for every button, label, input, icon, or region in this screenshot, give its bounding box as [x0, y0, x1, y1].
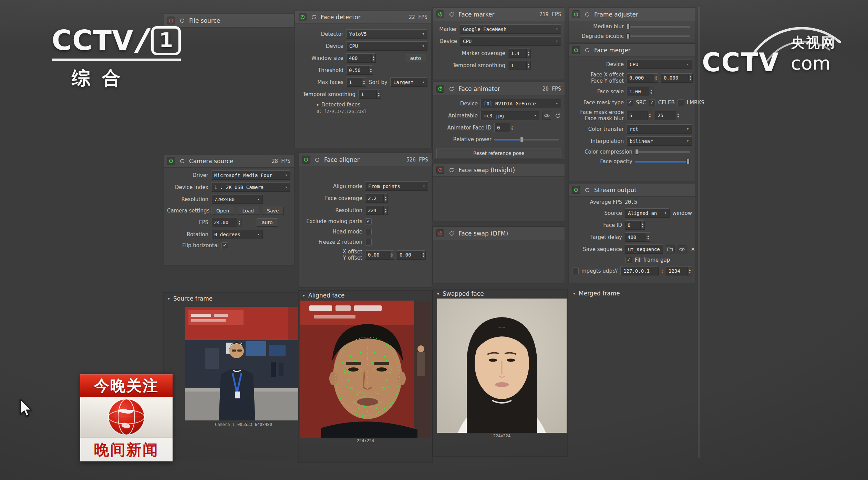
- stepper-arrows-icon[interactable]: ▴▾: [654, 74, 658, 82]
- color-transfer-dropdown[interactable]: rct▾: [627, 124, 692, 134]
- stepper-arrows-icon[interactable]: ▴▾: [646, 233, 650, 241]
- face-y-offset-stepper[interactable]: 0.000▴▾: [661, 73, 693, 83]
- stepper-arrows-icon[interactable]: ▴▾: [376, 90, 381, 98]
- power-icon[interactable]: [299, 13, 307, 21]
- refresh-icon[interactable]: [448, 85, 455, 92]
- flip-horizontal-checkbox[interactable]: ✓: [221, 242, 228, 249]
- stepper-arrows-icon[interactable]: ▴▾: [383, 206, 388, 215]
- collapse-arrow-icon[interactable]: ▾: [303, 293, 305, 298]
- fps-stepper[interactable]: 24.00▴▾: [211, 218, 241, 227]
- window-size-stepper[interactable]: 480▴▾: [346, 53, 376, 63]
- power-icon[interactable]: [436, 166, 444, 174]
- window-option[interactable]: window: [672, 210, 692, 216]
- folder-icon[interactable]: [666, 245, 675, 253]
- degrade-bicubic-slider[interactable]: [627, 35, 690, 37]
- animator-face-id-stepper[interactable]: 0▴▾: [494, 123, 514, 132]
- stepper-arrows-icon[interactable]: ▴▾: [648, 111, 652, 120]
- stepper-arrows-icon[interactable]: ▴▾: [369, 66, 373, 74]
- refresh-icon[interactable]: [448, 11, 455, 18]
- save-button[interactable]: Save: [262, 207, 284, 215]
- source-dropdown[interactable]: Aligned an▾: [625, 208, 670, 218]
- stepper-arrows-icon[interactable]: ▴▾: [421, 251, 425, 259]
- stepper-arrows-icon[interactable]: ▴▾: [237, 218, 241, 227]
- mpegts-host-input[interactable]: 127.0.0.1: [620, 266, 659, 275]
- refresh-icon[interactable]: [178, 157, 186, 165]
- stepper-arrows-icon[interactable]: ▴▾: [383, 194, 388, 202]
- interpolation-dropdown[interactable]: bilinear▾: [627, 136, 692, 146]
- resolution-stepper[interactable]: 224▴▾: [365, 206, 388, 215]
- detected-faces-row[interactable]: ▾ Detected faces: [295, 100, 431, 109]
- stepper-arrows-icon[interactable]: ▴▾: [649, 87, 653, 96]
- eye-icon[interactable]: [542, 112, 551, 120]
- stepper-arrows-icon[interactable]: ▴▾: [526, 61, 530, 70]
- face-opacity-slider[interactable]: [635, 161, 690, 163]
- marker-dropdown[interactable]: Google FaceMesh▾: [460, 24, 561, 34]
- color-compression-slider[interactable]: [635, 151, 690, 153]
- refresh-icon[interactable]: [554, 112, 561, 119]
- stepper-arrows-icon[interactable]: ▴▾: [510, 123, 514, 132]
- power-icon[interactable]: [167, 17, 175, 24]
- face-id-stepper[interactable]: 0▴▾: [625, 220, 645, 230]
- merged-frame-header[interactable]: ▾ Merged frame: [569, 288, 696, 299]
- freeze-z-rotation-checkbox[interactable]: ✓: [365, 239, 372, 246]
- power-icon[interactable]: [167, 157, 175, 165]
- mpegts-port-stepper[interactable]: 1234▴▾: [666, 266, 692, 275]
- device-index-dropdown[interactable]: 1 : 2K USB Camera▾: [211, 182, 290, 192]
- temporal-smoothing-stepper[interactable]: 1▴▾: [358, 90, 381, 99]
- device-dropdown[interactable]: [0] NVIDIA GeForce▾: [480, 99, 561, 108]
- power-icon[interactable]: [302, 156, 310, 164]
- refresh-icon[interactable]: [448, 166, 455, 174]
- swapped-face-header[interactable]: ▾ Swapped face: [433, 290, 567, 298]
- marker-coverage-stepper[interactable]: 1.4▴▾: [508, 49, 531, 58]
- aligned-face-header[interactable]: ▾ Aligned face: [299, 291, 432, 300]
- face-x-offset-stepper[interactable]: 0.000▴▾: [627, 73, 658, 83]
- mpegts-checkbox[interactable]: ✓: [572, 268, 579, 274]
- auto-button[interactable]: auto: [405, 54, 426, 62]
- y-offset-stepper[interactable]: 0.00▴▾: [397, 250, 426, 260]
- rotation-dropdown[interactable]: 0 degrees▾: [211, 230, 263, 239]
- device-dropdown[interactable]: CPU▾: [460, 36, 561, 46]
- stepper-arrows-icon[interactable]: ▴▾: [371, 54, 375, 62]
- stepper-arrows-icon[interactable]: ▴▾: [688, 74, 692, 82]
- mask-celeb-checkbox[interactable]: ✓: [649, 100, 655, 106]
- collapse-arrow-icon[interactable]: ▾: [573, 291, 575, 296]
- refresh-icon[interactable]: [583, 46, 591, 54]
- animatable-dropdown[interactable]: mc3.jpg▾: [480, 111, 539, 120]
- max-faces-stepper[interactable]: 1▴▾: [346, 77, 366, 87]
- stepper-arrows-icon[interactable]: ▴▾: [640, 221, 644, 229]
- face-mask-erode-stepper[interactable]: 5▴▾: [627, 111, 652, 120]
- close-icon[interactable]: ✕: [689, 246, 697, 252]
- save-sequence-input[interactable]: ut_sequence: [625, 244, 663, 254]
- auto-button[interactable]: auto: [257, 218, 278, 227]
- face-mask-blur-stepper[interactable]: 25▴▾: [655, 111, 680, 120]
- power-icon[interactable]: [572, 186, 580, 194]
- refresh-icon[interactable]: [178, 17, 186, 24]
- reset-reference-pose-button[interactable]: Reset reference pose: [436, 148, 561, 158]
- collapse-arrow-icon[interactable]: ▾: [317, 102, 319, 107]
- refresh-icon[interactable]: [313, 156, 321, 163]
- power-icon[interactable]: [436, 229, 444, 237]
- mask-lmrks-checkbox[interactable]: ✓: [678, 100, 684, 106]
- temporal-smoothing-stepper[interactable]: 1▴▾: [508, 61, 531, 70]
- refresh-icon[interactable]: [583, 186, 591, 194]
- device-dropdown[interactable]: CPU▾: [627, 60, 692, 69]
- sort-by-dropdown[interactable]: Largest▾: [390, 77, 427, 87]
- stepper-arrows-icon[interactable]: ▴▾: [362, 78, 366, 86]
- load-button[interactable]: Load: [237, 207, 259, 215]
- stepper-arrows-icon[interactable]: ▴▾: [688, 267, 692, 275]
- device-dropdown[interactable]: CPU▾: [346, 41, 427, 51]
- refresh-icon[interactable]: [583, 11, 591, 18]
- mask-src-checkbox[interactable]: ✓: [627, 100, 633, 106]
- collapse-arrow-icon[interactable]: ▾: [168, 296, 170, 301]
- stepper-arrows-icon[interactable]: ▴▾: [526, 49, 530, 58]
- align-mode-dropdown[interactable]: From points▾: [365, 181, 428, 191]
- power-icon[interactable]: [436, 10, 444, 18]
- open-button[interactable]: Open: [211, 207, 234, 215]
- detector-dropdown[interactable]: YoloV5▾: [346, 29, 427, 39]
- power-icon[interactable]: [572, 10, 580, 18]
- resolution-dropdown[interactable]: 720x480▾: [211, 195, 263, 204]
- exclude-moving-parts-checkbox[interactable]: ✓: [365, 218, 372, 225]
- driver-dropdown[interactable]: Microsoft Media Four▾: [211, 170, 290, 180]
- eye-icon[interactable]: [678, 245, 686, 253]
- fill-frame-gap-checkbox[interactable]: ✓: [626, 257, 632, 263]
